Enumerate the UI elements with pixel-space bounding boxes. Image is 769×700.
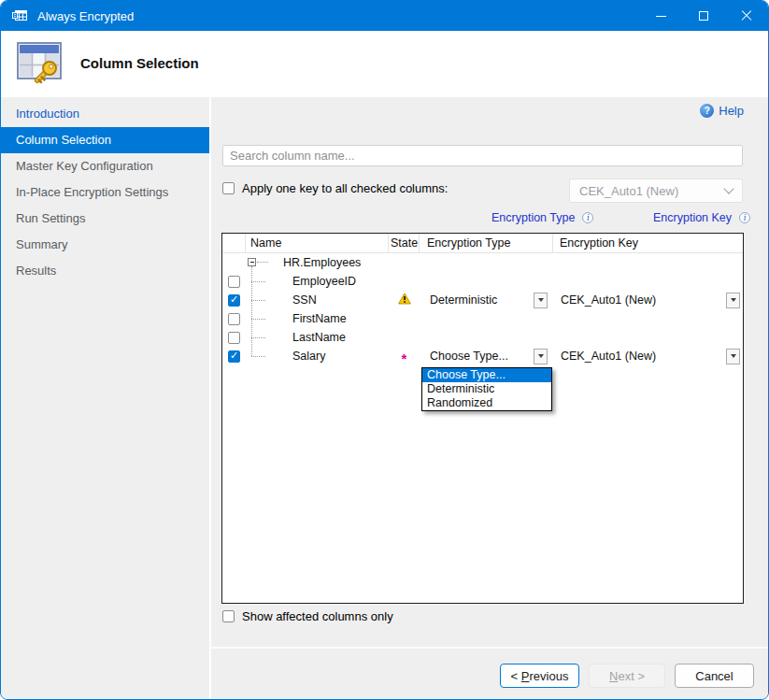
- row-checkbox-salary[interactable]: [228, 350, 240, 363]
- row-checkbox-firstname[interactable]: [228, 313, 240, 325]
- encryption-key-value: CEK_Auto1 (New): [561, 293, 656, 307]
- asterisk-icon: [402, 354, 407, 364]
- show-affected-label: Show affected columns only: [242, 609, 393, 623]
- close-button[interactable]: [725, 1, 768, 31]
- table-row-firstname: FirstName: [222, 309, 743, 328]
- show-affected-row: Show affected columns only: [222, 609, 393, 623]
- cek-key-dropdown[interactable]: CEK_Auto1 (New): [569, 179, 743, 203]
- header-checkbox-column: [222, 234, 246, 252]
- minimize-button[interactable]: [639, 1, 682, 31]
- chevron-down-icon: [723, 183, 733, 193]
- encryption-type-value: Deterministic: [430, 293, 497, 307]
- apply-one-key-row: Apply one key to all checked columns:: [222, 181, 448, 195]
- encryption-type-dropdown-list: Choose Type... Deterministic Randomized: [421, 367, 552, 411]
- tree-branch-line: [257, 262, 268, 263]
- page-title: Column Selection: [80, 55, 199, 71]
- sidebar-item-master-key-configuration: Master Key Configuration: [1, 153, 209, 179]
- apply-one-key-label: Apply one key to all checked columns:: [242, 181, 448, 195]
- page-header: Column Selection: [1, 31, 768, 97]
- dropdown-arrow-icon: [731, 354, 736, 358]
- sidebar-item-in-place-encryption-settings: In-Place Encryption Settings: [1, 179, 209, 206]
- maximize-button[interactable]: [682, 1, 725, 31]
- encryption-key-link[interactable]: Encryption Key: [653, 211, 732, 224]
- column-name[interactable]: EmployeeID: [292, 275, 356, 288]
- dropdown-arrow-icon: [538, 354, 544, 358]
- dropdown-option-randomized[interactable]: Randomized: [422, 396, 551, 410]
- always-encrypted-wizard-window: Always Encrypted Column: [0, 0, 769, 700]
- collapse-minus-icon[interactable]: [248, 258, 256, 266]
- close-icon: [741, 10, 752, 21]
- cancel-button[interactable]: Cancel: [675, 664, 754, 688]
- help-label: Help: [719, 104, 744, 118]
- sidebar-item-summary: Summary: [1, 232, 209, 258]
- encryption-type-dropdown-button[interactable]: [534, 293, 548, 308]
- column-name[interactable]: SSN: [292, 293, 317, 307]
- help-link[interactable]: Help: [700, 104, 744, 118]
- info-circle-icon[interactable]: [739, 212, 750, 223]
- encryption-key-dropdown-button[interactable]: [726, 293, 740, 308]
- encryption-type-link-group: Encryption Type: [491, 211, 593, 224]
- table-key-icon: [12, 8, 28, 23]
- table-row-lastname: LastName: [222, 328, 743, 347]
- column-name[interactable]: FirstName: [292, 312, 347, 325]
- dropdown-option-choose-type[interactable]: Choose Type...: [422, 368, 551, 382]
- columns-table-body: HR.Employees EmployeeID SSN: [222, 253, 743, 365]
- previous-label-pre: <: [511, 669, 521, 683]
- encryption-type-value: Choose Type...: [430, 350, 508, 363]
- footer-divider: [211, 647, 768, 649]
- titlebar: Always Encrypted: [1, 1, 768, 31]
- window-controls: [639, 1, 768, 31]
- main-panel: Help Apply one key to all checked column…: [211, 97, 768, 700]
- question-circle-icon: [700, 104, 714, 118]
- columns-table-header: Name State Encryption Type Encryption Ke…: [222, 234, 743, 253]
- next-button: Next >: [589, 664, 665, 688]
- column-selection-table-key-icon: [14, 38, 64, 91]
- sidebar-item-column-selection[interactable]: Column Selection: [1, 127, 209, 153]
- encryption-type-dropdown-button[interactable]: [534, 349, 548, 364]
- apply-one-key-checkbox[interactable]: [222, 182, 235, 194]
- warning-triangle-icon: [398, 293, 411, 307]
- body: Introduction Column Selection Master Key…: [1, 97, 768, 700]
- encryption-key-link-group: Encryption Key: [653, 211, 750, 224]
- row-checkbox-ssn[interactable]: [228, 294, 240, 307]
- dropdown-arrow-icon: [731, 298, 736, 302]
- minimize-icon: [656, 16, 666, 17]
- dropdown-option-deterministic[interactable]: Deterministic: [422, 382, 551, 396]
- table-row-employeeid: EmployeeID: [222, 272, 743, 291]
- column-name[interactable]: LastName: [292, 331, 346, 344]
- column-name[interactable]: Salary: [292, 350, 325, 363]
- next-label-rest: ext >: [618, 669, 645, 683]
- columns-table: Name State Encryption Type Encryption Ke…: [221, 233, 744, 604]
- search-input[interactable]: [222, 145, 743, 166]
- row-checkbox-employeeid[interactable]: [228, 276, 240, 288]
- sidebar-item-run-settings: Run Settings: [1, 206, 209, 232]
- row-checkbox-lastname[interactable]: [228, 332, 240, 344]
- maximize-icon: [699, 11, 708, 21]
- sidebar-item-introduction[interactable]: Introduction: [1, 101, 209, 127]
- cek-key-dropdown-value: CEK_Auto1 (New): [579, 184, 678, 198]
- table-group-name[interactable]: HR.Employees: [283, 256, 361, 269]
- show-affected-checkbox[interactable]: [222, 610, 235, 622]
- cancel-label: Cancel: [695, 669, 733, 683]
- header-state: State: [389, 234, 420, 252]
- window-title: Always Encrypted: [37, 9, 134, 23]
- dropdown-arrow-icon: [538, 298, 544, 302]
- next-label-key: N: [609, 669, 618, 683]
- table-row-ssn: SSN Deterministic: [222, 291, 743, 309]
- header-encryption-key: Encryption Key: [553, 234, 743, 252]
- table-row-salary: Salary Choose Type... CEK_Auto1 (New): [222, 347, 743, 365]
- encryption-type-link[interactable]: Encryption Type: [491, 211, 575, 224]
- wizard-steps-sidebar: Introduction Column Selection Master Key…: [1, 97, 211, 700]
- encryption-key-dropdown-button[interactable]: [726, 349, 740, 364]
- previous-label-rest: revious: [529, 669, 568, 683]
- header-encryption-type: Encryption Type: [420, 234, 553, 252]
- previous-button[interactable]: < Previous: [500, 664, 579, 688]
- sidebar-item-results: Results: [1, 258, 209, 284]
- header-name: Name: [246, 234, 389, 252]
- encryption-key-value: CEK_Auto1 (New): [561, 350, 656, 363]
- table-group-row: HR.Employees: [222, 253, 743, 272]
- info-circle-icon[interactable]: [582, 212, 593, 223]
